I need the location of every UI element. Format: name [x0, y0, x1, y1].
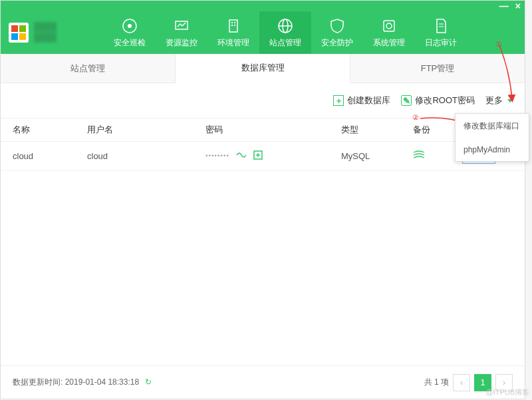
nav-system-manage[interactable]: 系统管理: [363, 11, 415, 54]
nav-site-manage[interactable]: 站点管理: [259, 11, 311, 54]
nav-security-guard[interactable]: 安全防护: [311, 11, 363, 54]
nav-log-audit[interactable]: 日志审计: [415, 11, 467, 54]
site-manage-icon: [277, 17, 294, 35]
security-guard-icon: [329, 17, 346, 35]
dropdown-phpmyadmin[interactable]: phpMyAdmin: [456, 138, 529, 161]
annotation-2: ②: [412, 113, 419, 122]
cell-backup: [413, 150, 461, 162]
nav-label: 系统管理: [373, 37, 405, 49]
nav-label: 安全防护: [321, 37, 353, 49]
modify-root-label: 修改ROOT密码: [415, 95, 475, 106]
window-titlebar: — ×: [1, 1, 525, 11]
minimize-icon[interactable]: —: [499, 1, 509, 11]
create-database-label: 创建数据库: [347, 95, 390, 106]
svg-rect-3: [229, 20, 237, 32]
copy-password-icon[interactable]: [253, 150, 263, 162]
plus-icon: +: [333, 95, 344, 106]
toggle-password-icon[interactable]: [236, 151, 247, 161]
col-user: 用户名: [87, 124, 205, 136]
log-audit-icon: [432, 17, 450, 35]
cell-password: ********: [205, 150, 341, 162]
toolbar: + 创建数据库 ✎ 修改ROOT密码 更多: [1, 83, 525, 118]
table-row: cloudcloud********MySQL: [1, 142, 525, 171]
refresh-icon[interactable]: ↻: [145, 377, 152, 387]
svg-point-1: [128, 24, 132, 28]
edit-icon: ✎: [401, 95, 412, 106]
nav-label: 环境管理: [217, 37, 249, 49]
total-count: 共 1 项: [424, 377, 449, 388]
password-mask: ********: [205, 153, 229, 160]
tab-db[interactable]: 数据库管理: [176, 54, 350, 83]
update-time: 数据更新时间: 2019-01-04 18:33:18 ↻: [13, 377, 152, 388]
nav-label: 站点管理: [269, 37, 301, 49]
col-name: 名称: [1, 124, 87, 136]
create-database-button[interactable]: + 创建数据库: [333, 95, 390, 106]
svg-rect-11: [384, 21, 394, 31]
modify-root-password-button[interactable]: ✎ 修改ROOT密码: [401, 95, 475, 106]
app-logo: ████████: [1, 11, 104, 54]
logo-text: ████████: [34, 22, 57, 43]
env-manage-icon: [225, 17, 242, 35]
system-manage-icon: [380, 17, 398, 35]
cell-type: MySQL: [341, 151, 413, 161]
prev-page-button[interactable]: ‹: [453, 374, 470, 391]
tab-site[interactable]: 站点管理: [1, 54, 176, 83]
nav-label: 日志审计: [425, 37, 457, 49]
security-check-icon: [121, 17, 138, 35]
close-icon[interactable]: ×: [515, 1, 521, 11]
svg-rect-6: [231, 25, 233, 26]
annotation-1: ①: [495, 40, 502, 49]
svg-rect-7: [234, 25, 235, 26]
svg-rect-4: [231, 22, 233, 23]
annotation-arrow-1: [496, 44, 516, 106]
col-password: 密码: [205, 124, 341, 136]
more-dropdown: 修改数据库端口 phpMyAdmin: [455, 113, 529, 162]
svg-point-12: [386, 23, 392, 29]
cell-name: cloud: [1, 151, 87, 161]
col-type: 类型: [341, 124, 413, 136]
watermark: @ITPUB博客: [485, 387, 529, 397]
nav-security-check[interactable]: 安全巡检: [104, 11, 156, 54]
nav-label: 安全巡检: [114, 37, 146, 49]
svg-rect-5: [234, 22, 235, 23]
nav-env-manage[interactable]: 环境管理: [207, 11, 259, 54]
header: ████████ 安全巡检资源监控环境管理站点管理安全防护系统管理日志审计: [1, 11, 525, 54]
cell-user: cloud: [87, 151, 205, 161]
nav-resource-monitor[interactable]: 资源监控: [156, 11, 207, 54]
nav-label: 资源监控: [166, 37, 198, 49]
resource-monitor-icon: [173, 17, 190, 35]
backup-icon[interactable]: [413, 150, 425, 162]
footer: 数据更新时间: 2019-01-04 18:33:18 ↻ 共 1 项 ‹ 1 …: [1, 365, 525, 399]
windows-logo-icon: [9, 23, 29, 43]
dropdown-modify-port[interactable]: 修改数据库端口: [456, 114, 529, 138]
